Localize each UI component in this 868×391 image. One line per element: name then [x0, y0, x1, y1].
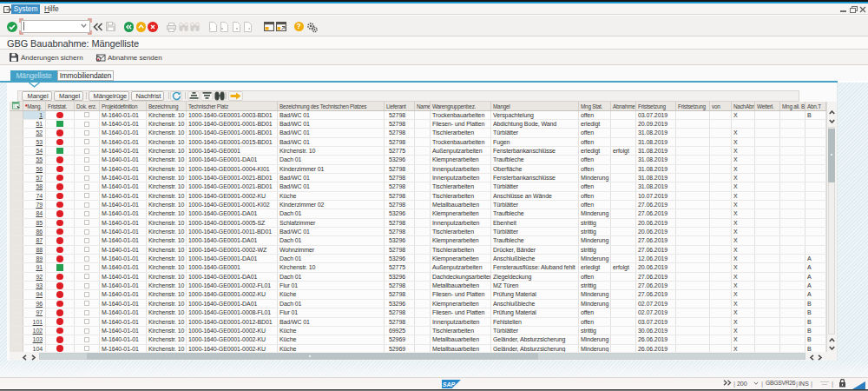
svg-text:SAP: SAP	[443, 381, 456, 387]
